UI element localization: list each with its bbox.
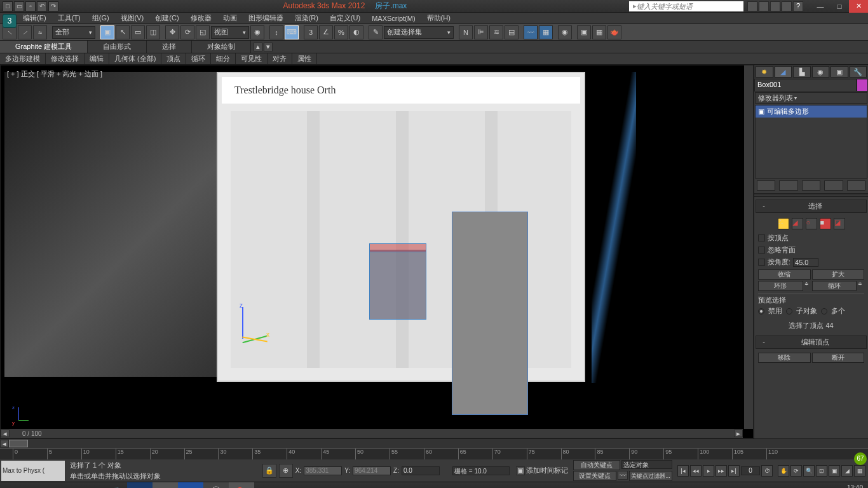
menu-maxscript[interactable]: MAXScript(M) — [367, 14, 420, 23]
shrink-button[interactable]: 收缩 — [758, 269, 811, 280]
goto-start-icon[interactable]: |◂ — [677, 465, 689, 477]
sub-mod-sel[interactable]: 修改选择 — [46, 53, 85, 64]
zoom-icon[interactable]: 🔍 — [803, 465, 815, 477]
menu-modifiers[interactable]: 修改器 — [186, 13, 217, 24]
tray-clock[interactable]: 13:40 2014/11/16 — [831, 484, 863, 489]
object-color-swatch[interactable] — [857, 79, 868, 92]
named-selection-set[interactable]: 创建选择集 — [384, 26, 454, 39]
edit-selection-icon[interactable]: ✎ — [369, 25, 383, 39]
time-ruler[interactable]: 0510152025303540455055606570758085909510… — [0, 448, 868, 459]
tab-graphite[interactable]: Graphite 建模工具 — [0, 41, 88, 53]
redo-icon[interactable]: ↷ — [48, 1, 58, 11]
object-name-field[interactable]: Box001 — [754, 79, 857, 92]
ring-button[interactable]: 环形 — [758, 281, 803, 291]
show-result-icon[interactable] — [779, 180, 797, 191]
menu-render[interactable]: 渲染(R) — [290, 13, 323, 24]
window-crossing-icon[interactable]: ◫ — [146, 25, 160, 39]
save-icon[interactable]: ▫ — [25, 1, 36, 11]
scroll-left-icon[interactable]: ◂ — [1, 430, 10, 437]
subobj-polygon-icon[interactable]: ■ — [820, 218, 831, 229]
set-key-button[interactable]: 设置关键点 — [573, 471, 616, 481]
help-icon[interactable]: ? — [793, 1, 803, 11]
start-button[interactable]: ⊞ — [0, 482, 25, 489]
favorites-icon[interactable] — [782, 1, 792, 11]
rollout-edit-vertex-header[interactable]: 编辑顶点 — [756, 336, 867, 349]
undo-icon[interactable]: ↶ — [37, 1, 47, 11]
ribbon-min-icon[interactable]: ▴ — [254, 43, 262, 51]
layers-icon[interactable]: ≋ — [489, 25, 503, 39]
tab-paint[interactable]: 对象绘制 — [192, 41, 251, 53]
auto-key-button[interactable]: 自动关键点 — [573, 460, 620, 470]
transform-gizmo[interactable]: z x — [217, 307, 268, 358]
modifier-item-editable-poly[interactable]: ▣可编辑多边形 — [756, 105, 867, 118]
transform-mode-icon[interactable]: ⊕ — [279, 464, 293, 478]
help-search-input[interactable] — [637, 3, 740, 10]
app-menu-icon[interactable]: 3 — [3, 14, 17, 28]
modifier-list-dropdown[interactable]: 修改器列表 — [755, 92, 867, 104]
sub-vertex[interactable]: 顶点 — [161, 53, 186, 64]
arc-rotate-icon[interactable]: ⟳ — [790, 465, 802, 477]
key-target-dropdown[interactable]: 选定对象 — [621, 460, 672, 469]
x-coord-input[interactable]: 385.331 — [304, 466, 342, 475]
grow-button[interactable]: 扩大 — [812, 269, 865, 280]
pin-stack-icon[interactable] — [757, 180, 775, 191]
mirror-icon[interactable]: Ν — [459, 25, 473, 39]
viewport-label[interactable]: [ + ] 正交 [ 平滑 + 高光 + 边面 ] — [7, 69, 102, 79]
time-slider-handle[interactable] — [9, 440, 28, 447]
next-frame-icon[interactable]: ▸▸ — [715, 465, 727, 477]
task-ie-icon[interactable]: e — [51, 482, 76, 489]
selected-polygon[interactable] — [369, 250, 426, 320]
snap-toggle-icon[interactable]: 3 — [304, 25, 318, 39]
select-icon[interactable]: ▣ — [100, 25, 114, 39]
task-winrar-icon[interactable]: 📚 — [229, 482, 254, 489]
create-tab-icon[interactable]: ✹ — [756, 66, 773, 78]
move-icon[interactable]: ✥ — [165, 25, 179, 39]
prev-frame-icon[interactable]: ◂◂ — [690, 465, 702, 477]
time-config-icon[interactable]: ⏱ — [761, 465, 773, 477]
sub-poly-model[interactable]: 多边形建模 — [0, 53, 46, 64]
time-slider[interactable]: ◂ — [0, 439, 868, 448]
infocenter-icon[interactable] — [747, 1, 757, 11]
task-3dsmax-icon[interactable]: ⓢ — [203, 482, 229, 489]
play-icon[interactable]: ▸ — [703, 465, 714, 477]
motion-tab-icon[interactable]: ◉ — [812, 66, 830, 78]
by-angle-checkbox[interactable] — [758, 259, 765, 266]
task-photoshop-icon[interactable]: Ps — [127, 482, 153, 489]
menu-group[interactable]: 组(G) — [87, 13, 114, 24]
pivot-icon[interactable]: ◉ — [250, 25, 264, 39]
key-filters-button[interactable]: 关键点过滤器... — [629, 471, 672, 481]
viewport[interactable]: Trestlebridge house Orth z x z y [ + ] 正… — [0, 65, 754, 438]
remove-button[interactable]: 移除 — [758, 353, 811, 363]
bind-icon[interactable]: ≈ — [33, 25, 47, 39]
subobj-element-icon[interactable]: ◪ — [834, 218, 845, 229]
rollout-selection-header[interactable]: 选择 — [756, 200, 867, 213]
menu-edit[interactable]: 编辑(E) — [18, 13, 51, 24]
task-assist-icon[interactable]: ✿ — [25, 482, 51, 489]
selection-filter[interactable]: 全部 — [52, 26, 95, 39]
z-coord-input[interactable]: 0.0 — [402, 466, 440, 475]
lock-icon[interactable]: 🔒 — [262, 464, 276, 478]
preview-multi-radio[interactable] — [821, 308, 827, 315]
sub-visibility[interactable]: 可见性 — [236, 53, 268, 64]
configure-icon[interactable] — [847, 180, 865, 191]
time-tag-icon[interactable]: ▣ — [516, 466, 525, 475]
select-name-icon[interactable]: ↖ — [116, 25, 130, 39]
selected-edge[interactable] — [369, 243, 426, 252]
schematic-icon[interactable]: ▦ — [539, 25, 553, 39]
sub-align[interactable]: 对齐 — [268, 53, 292, 64]
task-music-icon[interactable]: 🎵 — [102, 482, 127, 489]
angle-spinner[interactable]: 45.0 — [793, 258, 818, 267]
sub-props[interactable]: 属性 — [292, 53, 317, 64]
render-icon[interactable]: 🫖 — [607, 25, 621, 39]
box-geometry[interactable] — [452, 212, 528, 415]
unique-icon[interactable] — [802, 180, 820, 191]
render-setup-icon[interactable]: ▣ — [577, 25, 591, 39]
manipulate-icon[interactable]: ↕ — [269, 25, 283, 39]
modifier-stack[interactable]: ▣可编辑多边形 — [755, 105, 867, 179]
rotate-icon[interactable]: ⟳ — [180, 25, 194, 39]
sub-edit[interactable]: 编辑 — [85, 53, 109, 64]
exchange-icon[interactable] — [770, 1, 780, 11]
subobj-vertex-icon[interactable]: ∴ — [778, 218, 789, 229]
preview-off-radio[interactable] — [758, 308, 764, 315]
sub-loop[interactable]: 循环 — [186, 53, 211, 64]
